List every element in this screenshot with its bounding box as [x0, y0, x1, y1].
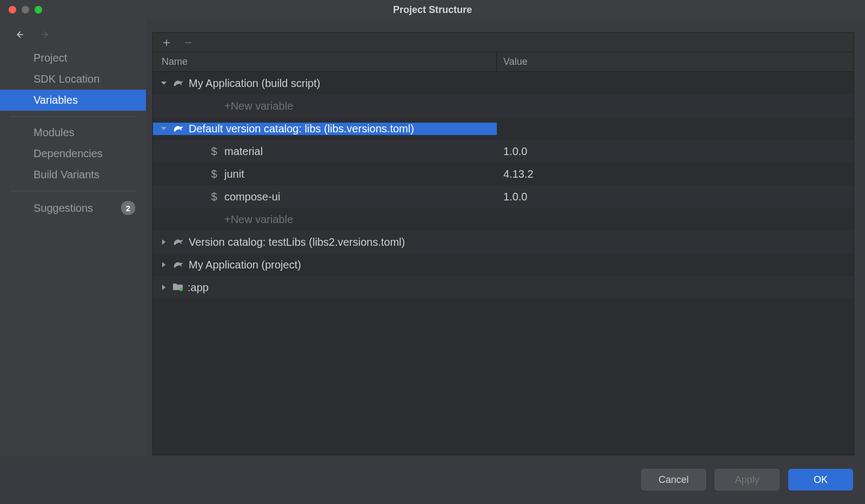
tree-row-value[interactable]: 1.0.0: [497, 191, 854, 203]
history-nav: [0, 24, 146, 48]
tree-row-label: My Application (project): [189, 259, 301, 271]
tree-row-label: junit: [224, 168, 244, 180]
chevron-right-icon[interactable]: [159, 261, 168, 268]
variable-icon: $: [208, 191, 220, 203]
chevron-right-icon[interactable]: [159, 284, 168, 291]
tree-row[interactable]: My Application (project): [153, 253, 854, 276]
chevron-down-icon[interactable]: [159, 125, 168, 132]
cancel-button[interactable]: Cancel: [641, 469, 706, 490]
chevron-right-icon[interactable]: [159, 239, 168, 245]
column-header-value[interactable]: Value: [497, 52, 854, 71]
tree-row-label: Default version catalog: libs (libs.vers…: [189, 123, 414, 135]
variables-toolbar: + −: [153, 33, 854, 52]
sidebar: Project SDK Location Variables Modules D…: [0, 19, 146, 455]
forward-button[interactable]: [38, 29, 53, 40]
tree-row-value[interactable]: 1.0.0: [497, 145, 854, 158]
suggestions-count-badge: 2: [121, 201, 135, 215]
minimize-window-button[interactable]: [22, 6, 29, 14]
tree-row-label: Version catalog: testLibs (libs2.version…: [189, 236, 405, 248]
tree-row[interactable]: Version catalog: testLibs (libs2.version…: [153, 231, 854, 253]
back-button[interactable]: [12, 29, 27, 40]
column-header-name[interactable]: Name: [153, 52, 497, 71]
body: Project SDK Location Variables Modules D…: [0, 19, 865, 455]
column-header-row: Name Value: [153, 52, 854, 72]
tree-row[interactable]: +New variable: [153, 208, 854, 231]
sidebar-item-project[interactable]: Project: [0, 48, 146, 69]
variable-icon: $: [208, 145, 220, 158]
tree-row-label: +New variable: [224, 100, 293, 112]
close-window-button[interactable]: [9, 6, 16, 14]
tree-row-label: material: [224, 145, 263, 158]
sidebar-separator: [10, 116, 136, 117]
tree-row-label: +New variable: [224, 213, 293, 226]
title-bar: Project Structure: [0, 0, 865, 19]
tree-row-label: compose-ui: [224, 191, 280, 203]
variables-panel: + − Name Value My Application (build scr…: [152, 32, 854, 455]
sidebar-item-modules[interactable]: Modules: [0, 122, 146, 143]
tree-row[interactable]: $material1.0.0: [153, 140, 854, 163]
sidebar-separator: [10, 191, 136, 191]
sidebar-item-build-variants[interactable]: Build Variants: [0, 164, 146, 185]
ok-button[interactable]: OK: [788, 469, 853, 490]
sidebar-item-suggestions[interactable]: Suggestions 2: [0, 197, 146, 219]
tree-row[interactable]: +New variable: [153, 95, 854, 117]
dialog-title: Project Structure: [0, 4, 865, 16]
svg-point-0: [179, 288, 183, 291]
main-panel: + − Name Value My Application (build scr…: [146, 19, 865, 455]
tree-row[interactable]: :app: [153, 276, 854, 299]
tree-row[interactable]: $compose-ui1.0.0: [153, 185, 854, 208]
gradle-icon: [172, 259, 184, 271]
window-controls: [0, 6, 42, 14]
variable-icon: $: [208, 168, 220, 180]
gradle-icon: [172, 77, 184, 90]
tree-row-value[interactable]: 4.13.2: [497, 168, 854, 180]
sidebar-item-label: Suggestions: [34, 202, 93, 214]
variables-tree[interactable]: My Application (build script)+New variab…: [153, 72, 854, 455]
dialog-footer: Cancel Apply OK: [0, 455, 865, 504]
tree-row-label: My Application (build script): [189, 77, 320, 90]
tree-row[interactable]: $junit4.13.2: [153, 163, 854, 185]
sidebar-item-dependencies[interactable]: Dependencies: [0, 143, 146, 164]
dialog-project-structure: Project Structure Project SDK Location V…: [0, 0, 865, 504]
tree-row-label: :app: [188, 281, 209, 294]
tree-row[interactable]: Default version catalog: libs (libs.vers…: [153, 117, 854, 140]
remove-variable-button[interactable]: −: [184, 36, 192, 49]
gradle-icon: [172, 123, 184, 135]
apply-button[interactable]: Apply: [715, 469, 780, 490]
zoom-window-button[interactable]: [35, 6, 42, 14]
sidebar-item-sdk-location[interactable]: SDK Location: [0, 69, 146, 90]
tree-row[interactable]: My Application (build script): [153, 72, 854, 95]
sidebar-item-variables[interactable]: Variables: [0, 90, 146, 111]
add-variable-button[interactable]: +: [163, 36, 170, 49]
module-folder-icon: [172, 281, 183, 294]
chevron-down-icon[interactable]: [159, 80, 168, 86]
gradle-icon: [172, 236, 184, 248]
